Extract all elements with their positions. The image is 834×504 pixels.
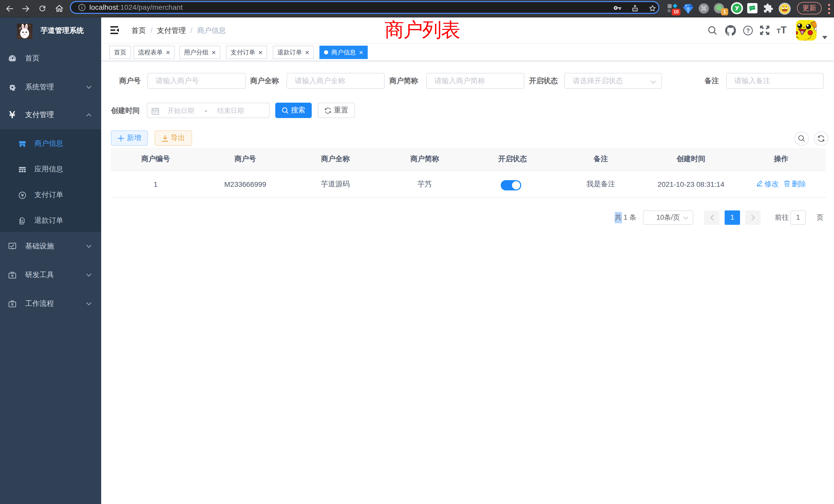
svg-text:⌘: ⌘ — [701, 5, 707, 12]
svg-text:?: ? — [746, 27, 749, 34]
svg-text:￥: ￥ — [20, 192, 25, 198]
